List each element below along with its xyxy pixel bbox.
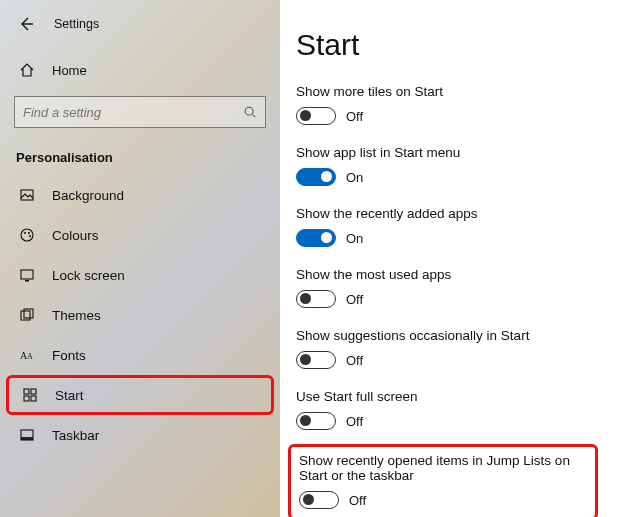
setting-caption: Show the recently added apps: [296, 206, 640, 221]
sidebar-item-label: Themes: [52, 308, 101, 323]
svg-rect-17: [21, 437, 33, 440]
svg-rect-7: [25, 280, 29, 282]
sidebar-item-background[interactable]: Background: [0, 175, 280, 215]
svg-point-4: [28, 232, 30, 234]
themes-icon: [18, 307, 36, 323]
sidebar-item-label: Background: [52, 188, 124, 203]
svg-rect-8: [21, 311, 30, 320]
setting-caption: Show suggestions occasionally in Start: [296, 328, 640, 343]
setting-caption: Show the most used apps: [296, 267, 640, 282]
setting-caption: Show recently opened items in Jump Lists…: [299, 453, 587, 483]
toggle-state: Off: [349, 493, 366, 508]
svg-point-5: [29, 235, 31, 237]
lockscreen-icon: [18, 267, 36, 283]
sidebar-item-label: Fonts: [52, 348, 86, 363]
toggle-state: Off: [346, 109, 363, 124]
back-button[interactable]: [16, 14, 36, 34]
toggle-state: Off: [346, 414, 363, 429]
setting-suggestions: Show suggestions occasionally in Start O…: [296, 328, 640, 369]
search-icon: [243, 105, 257, 119]
sidebar-item-label: Lock screen: [52, 268, 125, 283]
setting-app-list: Show app list in Start menu On: [296, 145, 640, 186]
sidebar-item-label: Start: [55, 388, 84, 403]
sidebar: Settings Home Personalisation Background…: [0, 0, 280, 517]
home-icon: [18, 62, 36, 78]
section-label: Personalisation: [0, 144, 280, 175]
search-input[interactable]: [23, 105, 243, 120]
sidebar-home[interactable]: Home: [0, 52, 280, 88]
taskbar-icon: [18, 427, 36, 443]
setting-most-used: Show the most used apps Off: [296, 267, 640, 308]
main-panel: Start Show more tiles on Start Off Show …: [280, 0, 640, 517]
app-title: Settings: [54, 17, 99, 31]
picture-icon: [18, 187, 36, 203]
search-box[interactable]: [14, 96, 266, 128]
svg-text:A: A: [27, 352, 33, 361]
toggle-state: On: [346, 170, 363, 185]
setting-more-tiles: Show more tiles on Start Off: [296, 84, 640, 125]
setting-full-screen: Use Start full screen Off: [296, 389, 640, 430]
toggle-suggestions[interactable]: [296, 351, 336, 369]
svg-point-2: [21, 229, 33, 241]
svg-rect-1: [21, 190, 33, 200]
toggle-recently-added[interactable]: [296, 229, 336, 247]
setting-recently-added: Show the recently added apps On: [296, 206, 640, 247]
sidebar-item-label: Taskbar: [52, 428, 99, 443]
setting-caption: Show app list in Start menu: [296, 145, 640, 160]
toggle-state: Off: [346, 353, 363, 368]
setting-caption: Use Start full screen: [296, 389, 640, 404]
sidebar-item-themes[interactable]: Themes: [0, 295, 280, 335]
svg-rect-6: [21, 270, 33, 279]
toggle-full-screen[interactable]: [296, 412, 336, 430]
svg-rect-9: [24, 309, 33, 318]
sidebar-item-label: Colours: [52, 228, 99, 243]
svg-point-0: [245, 107, 253, 115]
sidebar-item-lockscreen[interactable]: Lock screen: [0, 255, 280, 295]
back-arrow-icon: [18, 16, 34, 32]
setting-jump-lists: Show recently opened items in Jump Lists…: [299, 453, 587, 509]
palette-icon: [18, 227, 36, 243]
setting-caption: Show more tiles on Start: [296, 84, 640, 99]
toggle-more-tiles[interactable]: [296, 107, 336, 125]
sidebar-item-fonts[interactable]: AA Fonts: [0, 335, 280, 375]
start-icon: [21, 387, 39, 403]
highlight-jump-lists: Show recently opened items in Jump Lists…: [288, 444, 598, 517]
svg-rect-13: [31, 389, 36, 394]
sidebar-item-colours[interactable]: Colours: [0, 215, 280, 255]
svg-rect-14: [24, 396, 29, 401]
toggle-app-list[interactable]: [296, 168, 336, 186]
fonts-icon: AA: [18, 347, 36, 363]
svg-rect-12: [24, 389, 29, 394]
page-title: Start: [296, 28, 640, 62]
home-label: Home: [52, 63, 87, 78]
toggle-state: On: [346, 231, 363, 246]
sidebar-item-start[interactable]: Start: [6, 375, 274, 415]
svg-rect-15: [31, 396, 36, 401]
sidebar-header: Settings: [0, 8, 280, 48]
toggle-most-used[interactable]: [296, 290, 336, 308]
svg-point-3: [24, 232, 26, 234]
sidebar-item-taskbar[interactable]: Taskbar: [0, 415, 280, 455]
toggle-state: Off: [346, 292, 363, 307]
toggle-jump-lists[interactable]: [299, 491, 339, 509]
